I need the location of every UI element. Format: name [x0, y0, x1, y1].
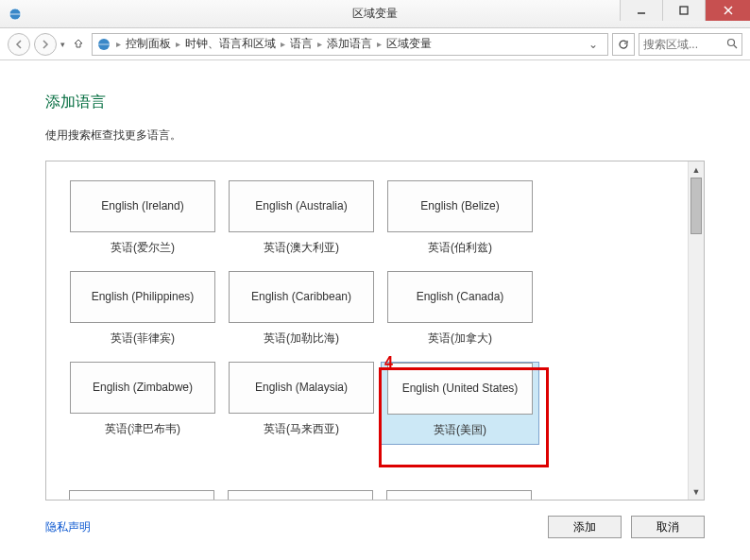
language-item[interactable]: English (Belize)英语(伯利兹): [381, 180, 539, 262]
chevron-right-icon: ▸: [173, 39, 183, 49]
chevron-down-icon[interactable]: ⌄: [588, 38, 604, 51]
app-icon: [8, 7, 23, 22]
language-caption: 英语(爱尔兰): [111, 240, 175, 256]
svg-rect-2: [680, 7, 688, 14]
language-tile[interactable]: English (Philippines): [70, 271, 215, 323]
content-area: 添加语言 使用搜索框查找更多语言。 English (Ireland)英语(爱尔…: [0, 60, 750, 501]
privacy-link[interactable]: 隐私声明: [45, 519, 91, 535]
up-button[interactable]: [69, 36, 88, 53]
add-button[interactable]: 添加: [548, 516, 622, 538]
page-title: 添加语言: [45, 93, 705, 112]
language-caption: 英语(津巴布韦): [105, 421, 180, 437]
language-item[interactable]: English (Malaysia)英语(马来西亚): [222, 362, 381, 445]
cancel-button[interactable]: 取消: [631, 516, 705, 538]
minimize-button[interactable]: [620, 0, 662, 21]
language-caption: 英语(加勒比海): [264, 331, 339, 347]
close-button[interactable]: [705, 0, 750, 21]
language-item[interactable]: English (Australia)英语(澳大利亚): [222, 180, 381, 262]
language-tile-partial[interactable]: [386, 490, 532, 500]
svg-point-6: [728, 39, 735, 45]
chevron-right-icon: ▸: [278, 39, 288, 49]
language-caption: 英语(伯利兹): [428, 240, 492, 256]
language-tile[interactable]: English (Ireland): [70, 180, 215, 232]
language-tile[interactable]: English (Caribbean): [229, 271, 374, 323]
chevron-right-icon: ▸: [374, 39, 384, 49]
language-tile[interactable]: English (Belize): [387, 180, 533, 232]
language-tile[interactable]: English (Zimbabwe): [70, 362, 215, 414]
language-item[interactable]: English (Philippines)英语(菲律宾): [63, 271, 222, 352]
footer: 隐私声明 添加 取消: [0, 501, 750, 553]
language-tile[interactable]: English (Australia): [229, 180, 374, 232]
search-input[interactable]: [643, 38, 726, 51]
vertical-scrollbar[interactable]: ▲ ▼: [688, 161, 704, 500]
language-item[interactable]: English (Canada)英语(加拿大): [381, 271, 539, 352]
back-button[interactable]: [8, 33, 30, 56]
window-controls: [620, 0, 750, 27]
language-tile-partial[interactable]: [228, 490, 373, 500]
maximize-button[interactable]: [662, 0, 705, 21]
language-list: English (Ireland)英语(爱尔兰)English (Austral…: [46, 161, 704, 500]
refresh-button[interactable]: [612, 33, 635, 56]
language-caption: 英语(菲律宾): [111, 331, 175, 347]
language-caption: 英语(马来西亚): [264, 421, 339, 437]
scroll-thumb[interactable]: [690, 178, 702, 234]
language-tile-partial[interactable]: [69, 490, 214, 500]
forward-button[interactable]: [34, 33, 57, 56]
window-title: 区域变量: [352, 6, 398, 22]
language-item[interactable]: English (Zimbabwe)英语(津巴布韦): [63, 362, 222, 445]
chevron-right-icon: ▸: [315, 39, 325, 49]
search-box[interactable]: [639, 33, 742, 56]
language-item[interactable]: English (Ireland)英语(爱尔兰): [63, 180, 222, 262]
page-subtitle: 使用搜索框查找更多语言。: [45, 127, 705, 144]
chevron-right-icon: ▸: [113, 39, 124, 49]
history-dropdown-icon[interactable]: ▾: [60, 40, 65, 49]
language-tile[interactable]: English (Canada): [387, 271, 533, 323]
language-list-frame: English (Ireland)英语(爱尔兰)English (Austral…: [45, 161, 705, 501]
breadcrumb[interactable]: ▸ 控制面板 ▸ 时钟、语言和区域 ▸ 语言 ▸ 添加语言 ▸ 区域变量 ⌄: [92, 33, 608, 56]
breadcrumb-item[interactable]: 语言: [290, 36, 313, 52]
globe-icon: [96, 37, 111, 52]
breadcrumb-item[interactable]: 控制面板: [126, 36, 171, 52]
search-icon[interactable]: [726, 36, 738, 53]
breadcrumb-item[interactable]: 区域变量: [386, 36, 432, 52]
titlebar: 区域变量: [0, 0, 750, 28]
scroll-up-arrow[interactable]: ▲: [689, 161, 704, 178]
language-caption: 英语(加拿大): [428, 331, 492, 347]
annotation-highlight: [379, 367, 549, 467]
language-tile[interactable]: English (Malaysia): [229, 362, 374, 414]
breadcrumb-item[interactable]: 时钟、语言和区域: [185, 36, 276, 52]
language-caption: 英语(澳大利亚): [264, 240, 339, 256]
breadcrumb-item[interactable]: 添加语言: [327, 36, 372, 52]
language-item[interactable]: English (Caribbean)英语(加勒比海): [222, 271, 381, 352]
svg-line-7: [734, 45, 737, 48]
navbar: ▾ ▸ 控制面板 ▸ 时钟、语言和区域 ▸ 语言 ▸ 添加语言 ▸ 区域变量 ⌄: [0, 28, 750, 60]
scroll-down-arrow[interactable]: ▼: [689, 484, 704, 500]
